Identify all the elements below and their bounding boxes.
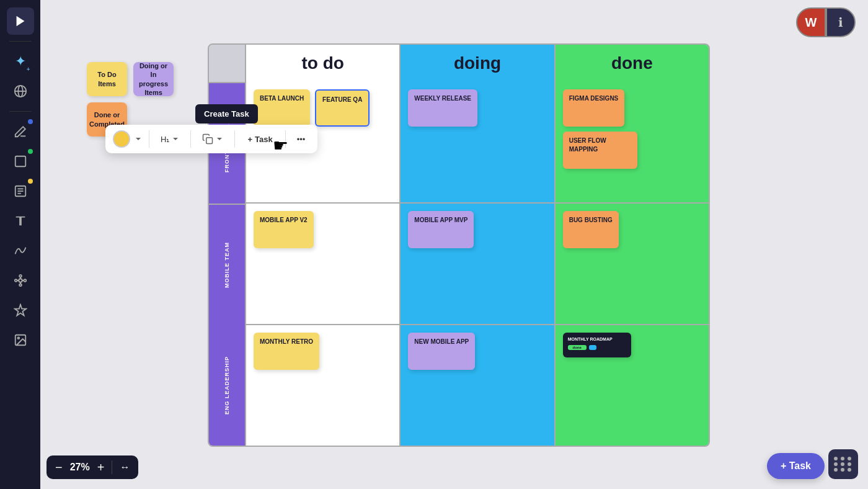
sidebar-icon-pen[interactable]: [7, 118, 34, 145]
kanban-cell-done-frontend[interactable]: FIGMA DESIGNS USER FLOW MAPPING: [556, 82, 709, 204]
mini-bar-green: done: [568, 345, 587, 350]
task-card-mobile-app-v2[interactable]: MOBILE APP V2: [254, 211, 314, 248]
toolbar-copy-btn[interactable]: [197, 130, 228, 148]
toolbar-add-task-btn[interactable]: + Task: [241, 131, 278, 148]
copy-icon: [202, 133, 213, 145]
sidebar-icon-connector[interactable]: [7, 237, 34, 264]
info-button[interactable]: ℹ: [826, 7, 856, 37]
task-card-figma-designs[interactable]: FIGMA DESIGNS: [563, 89, 625, 127]
todo-sticker-card[interactable]: To Do Items: [87, 62, 127, 96]
sidebar-icon-image[interactable]: [7, 326, 34, 354]
row-label-eng: ENG LEADERSHIP: [209, 325, 245, 446]
kanban-cell-todo-mobile[interactable]: MOBILE APP V2: [246, 204, 399, 325]
svg-point-10: [14, 279, 17, 282]
heading-chevron-icon: [172, 135, 179, 143]
task-card-weekly-release[interactable]: WEEKLY RELEASE: [408, 89, 477, 127]
doing-sticker-card[interactable]: Doing or In progress Items: [133, 62, 174, 96]
row-label-mobile: MOBILE TEAM: [209, 204, 245, 325]
sidebar-icon-note[interactable]: [7, 177, 34, 205]
svg-marker-0: [16, 16, 24, 27]
share-grid-button[interactable]: [828, 449, 858, 479]
kanban-col-done: FIGMA DESIGNS USER FLOW MAPPING BUG BUST…: [556, 82, 709, 446]
mini-roadmap-bar: done: [568, 345, 626, 350]
kanban-cell-doing-frontend[interactable]: WEEKLY RELEASE: [401, 82, 554, 204]
sidebar-icon-rectangle[interactable]: [7, 148, 34, 175]
user-avatar[interactable]: W: [796, 7, 826, 37]
svg-rect-4: [15, 156, 25, 167]
zoom-in-button[interactable]: +: [97, 461, 105, 473]
svg-point-11: [24, 279, 26, 282]
mini-roadmap-title: MONTHLY ROADMAP: [568, 336, 626, 343]
top-right-controls: W ℹ: [796, 7, 856, 37]
toolbar-divider-2: [190, 130, 191, 148]
sidebar-icon-text[interactable]: [7, 207, 34, 235]
toolbar-divider-1: [149, 130, 149, 148]
sidebar-divider-2: [9, 111, 32, 112]
kanban-cell-done-eng[interactable]: MONTHLY ROADMAP done: [556, 325, 709, 446]
svg-rect-20: [206, 138, 213, 144]
copy-chevron-icon: [216, 135, 223, 143]
dot-grid-icon: [834, 457, 852, 472]
svg-point-19: [17, 337, 19, 339]
task-card-mobile-app-mvp[interactable]: MOBILE APP MVP: [408, 211, 474, 248]
task-card-new-mobile-app[interactable]: NEW MOBILE APP: [408, 333, 475, 370]
mini-bar-blue: [589, 345, 596, 350]
zoom-level-label: 27%: [70, 462, 90, 473]
toolbar-divider-4: [285, 130, 286, 148]
toolbar-more-btn[interactable]: •••: [292, 131, 311, 148]
sidebar-icon-add-shape[interactable]: ✦+: [7, 48, 34, 75]
task-card-bug-busting[interactable]: BUG BUSTING: [563, 211, 619, 248]
svg-point-12: [19, 275, 22, 277]
add-task-fab[interactable]: + Task: [767, 453, 825, 479]
kanban-col-header-todo: to do: [246, 45, 401, 82]
kanban-cell-todo-eng[interactable]: MONTHLY RETRO: [246, 325, 399, 446]
canvas[interactable]: To Do Items Doing or In progress Items D…: [40, 0, 868, 489]
kanban-col-doing: WEEKLY RELEASE MOBILE APP MVP NEW MOBILE…: [401, 82, 555, 446]
kanban-header-spacer: [209, 45, 246, 82]
svg-point-9: [19, 279, 22, 282]
sidebar-icon-play[interactable]: [7, 7, 34, 35]
left-sidebar: ✦+: [0, 0, 40, 489]
toolbar-color-chevron[interactable]: [134, 135, 143, 143]
kanban-cell-done-mobile[interactable]: BUG BUSTING: [556, 204, 709, 325]
toolbar-popup: Create Task H₁ + Task •••: [105, 104, 317, 153]
sidebar-divider-1: [9, 41, 32, 42]
zoom-divider: [112, 460, 112, 474]
toolbar-bar[interactable]: H₁ + Task •••: [105, 125, 317, 153]
toolbar-color-picker[interactable]: [113, 130, 130, 148]
sidebar-icon-globe[interactable]: [7, 78, 34, 105]
zoom-out-button[interactable]: −: [55, 461, 63, 473]
kanban-col-header-done: done: [556, 45, 709, 82]
zoom-bar: − 27% + ↔: [46, 455, 138, 479]
sidebar-icon-magic[interactable]: [7, 297, 34, 324]
kanban-cell-doing-mobile[interactable]: MOBILE APP MVP: [401, 204, 554, 325]
sidebar-icon-component[interactable]: [7, 267, 34, 294]
toolbar-heading-btn[interactable]: H₁: [156, 131, 184, 148]
toolbar-divider-3: [234, 130, 235, 148]
zoom-fit-button[interactable]: ↔: [120, 462, 130, 473]
sticker-row-1: To Do Items Doing or In progress Items: [87, 62, 186, 96]
create-task-tooltip: Create Task: [195, 104, 258, 123]
kanban-cell-doing-eng[interactable]: NEW MOBILE APP: [401, 325, 554, 446]
svg-point-13: [19, 284, 22, 287]
task-card-user-flow-mapping[interactable]: USER FLOW MAPPING: [563, 132, 637, 169]
task-card-monthly-retro[interactable]: MONTHLY RETRO: [254, 333, 319, 370]
kanban-headers: to do doing done: [209, 45, 709, 82]
kanban-col-header-doing: doing: [401, 45, 555, 82]
task-card-feature-qa[interactable]: FEATURE QA: [315, 89, 370, 127]
task-card-monthly-roadmap[interactable]: MONTHLY ROADMAP done: [563, 333, 631, 357]
